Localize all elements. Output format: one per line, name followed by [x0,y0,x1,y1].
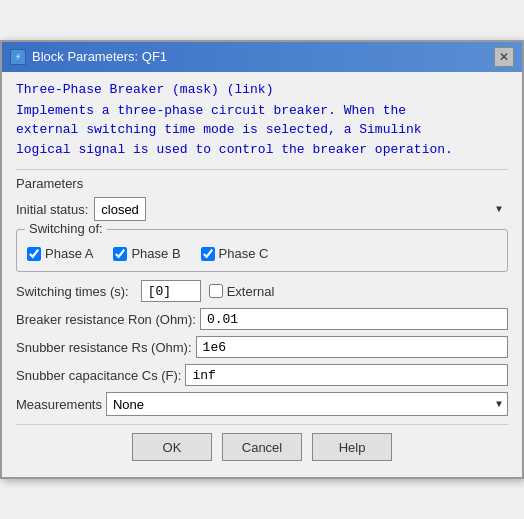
close-button[interactable]: ✕ [494,47,514,67]
switching-of-group: Switching of: Phase A Phase B Phase C [16,229,508,272]
external-checkbox[interactable] [209,284,223,298]
snubber-resistance-row: Snubber resistance Rs (Ohm): [16,336,508,358]
external-label: External [227,284,275,299]
parameters-label: Parameters [16,176,508,191]
ok-button[interactable]: OK [132,433,212,461]
header-mono-line: Three-Phase Breaker (mask) (link) [16,82,508,97]
section-divider [16,169,508,170]
phase-c-checkbox[interactable] [201,247,215,261]
measurements-row: Measurements None All voltages All curre… [16,392,508,416]
breaker-resistance-label: Breaker resistance Ron (Ohm): [16,312,196,327]
phase-b-checkbox[interactable] [113,247,127,261]
switching-times-input[interactable] [141,280,201,302]
measurements-dropdown-wrapper[interactable]: None All voltages All currents [106,392,508,416]
title-bar: ⚡ Block Parameters: QF1 ✕ [2,42,522,72]
initial-status-select[interactable]: closed open [94,197,146,221]
phase-c-label: Phase C [219,246,269,261]
switching-times-label: Switching times (s): [16,284,129,299]
phase-checkboxes: Phase A Phase B Phase C [27,246,497,261]
description-text: Implements a three-phase circuit breaker… [16,101,508,160]
measurements-select[interactable]: None All voltages All currents [106,392,508,416]
measurements-label: Measurements [16,397,102,412]
cancel-button[interactable]: Cancel [222,433,302,461]
snubber-capacitance-row: Snubber capacitance Cs (F): [16,364,508,386]
snubber-resistance-input[interactable] [196,336,508,358]
phase-a-item: Phase A [27,246,93,261]
breaker-resistance-row: Breaker resistance Ron (Ohm): [16,308,508,330]
snubber-capacitance-input[interactable] [185,364,508,386]
initial-status-label: Initial status: [16,202,88,217]
snubber-capacitance-label: Snubber capacitance Cs (F): [16,368,181,383]
main-window: ⚡ Block Parameters: QF1 ✕ Three-Phase Br… [0,40,524,480]
initial-status-row: Initial status: closed open [16,197,508,221]
initial-status-dropdown-wrapper[interactable]: closed open [94,197,508,221]
external-check: External [209,284,275,299]
button-row: OK Cancel Help [16,424,508,467]
help-button[interactable]: Help [312,433,392,461]
phase-a-label: Phase A [45,246,93,261]
phase-b-label: Phase B [131,246,180,261]
phase-a-checkbox[interactable] [27,247,41,261]
breaker-resistance-input[interactable] [200,308,508,330]
switching-of-title: Switching of: [25,221,107,236]
window-title: Block Parameters: QF1 [32,49,167,64]
window-icon: ⚡ [10,49,26,65]
phase-b-item: Phase B [113,246,180,261]
switching-times-row: Switching times (s): External [16,280,508,302]
title-bar-left: ⚡ Block Parameters: QF1 [10,49,167,65]
phase-c-item: Phase C [201,246,269,261]
content-area: Three-Phase Breaker (mask) (link) Implem… [2,72,522,478]
snubber-resistance-label: Snubber resistance Rs (Ohm): [16,340,192,355]
